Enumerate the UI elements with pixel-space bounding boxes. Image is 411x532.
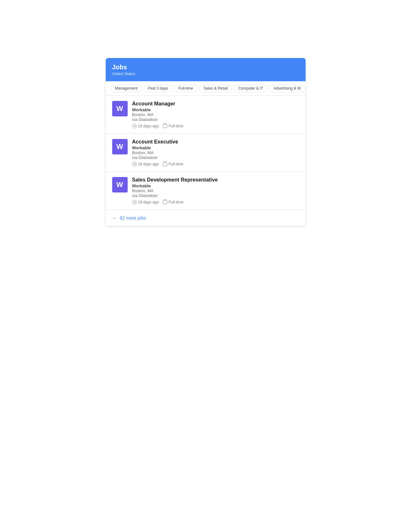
- company-logo: W: [112, 101, 128, 116]
- job-details: Account Executive Workable Boston, MA vi…: [132, 139, 299, 166]
- job-type: Full-time: [163, 124, 183, 128]
- job-meta: 19 days ago Full-time: [132, 200, 299, 204]
- filter-sales-retail[interactable]: Sales & Retail: [199, 84, 232, 92]
- job-company: Workable: [132, 183, 299, 188]
- job-title: Sales Development Representative: [132, 177, 299, 183]
- clock-icon: [132, 200, 137, 204]
- job-type: Full-time: [163, 200, 183, 204]
- job-meta: 19 days ago Full-time: [132, 124, 299, 128]
- briefcase-icon: [163, 163, 167, 166]
- filter-management[interactable]: Management: [111, 84, 142, 92]
- job-company: Workable: [132, 107, 299, 112]
- company-logo: W: [112, 177, 128, 192]
- job-meta: 18 days ago Full-time: [132, 162, 299, 166]
- company-logo: W: [112, 139, 128, 154]
- filter-advertising[interactable]: Advertising & M: [269, 84, 305, 92]
- filter-bar: Management Past 3 days Full-time Sales &…: [106, 81, 306, 96]
- job-location: Boston, MA: [132, 112, 299, 117]
- job-location: Boston, MA: [132, 150, 299, 155]
- jobs-subtitle: United States: [112, 72, 299, 76]
- filter-full-time[interactable]: Full-time: [174, 84, 197, 92]
- job-title: Account Executive: [132, 139, 299, 145]
- clock-icon: [132, 124, 137, 128]
- list-item[interactable]: W Account Executive Workable Boston, MA …: [106, 134, 306, 172]
- clock-icon: [132, 162, 137, 166]
- filter-past-3-days[interactable]: Past 3 days: [144, 84, 172, 92]
- job-details: Sales Development Representative Workabl…: [132, 177, 299, 204]
- job-title: Account Manager: [132, 101, 299, 107]
- filter-computer-it[interactable]: Computer & IT: [234, 84, 268, 92]
- job-source: via Glassdoor: [132, 193, 299, 198]
- jobs-title: Jobs: [112, 63, 299, 71]
- job-type: Full-time: [163, 162, 183, 166]
- more-jobs-label: 62 more jobs: [120, 215, 146, 221]
- briefcase-icon: [163, 124, 167, 128]
- job-source: via Glassdoor: [132, 117, 299, 122]
- job-posted: 18 days ago: [132, 162, 159, 166]
- briefcase-icon: [163, 201, 167, 204]
- job-source: via Glassdoor: [132, 155, 299, 160]
- jobs-card: Jobs United States Management Past 3 day…: [106, 58, 306, 226]
- job-company: Workable: [132, 145, 299, 150]
- job-posted: 19 days ago: [132, 200, 159, 204]
- jobs-header: Jobs United States: [106, 58, 306, 81]
- more-jobs-link[interactable]: → 62 more jobs: [106, 210, 306, 226]
- job-location: Boston, MA: [132, 188, 299, 193]
- list-item[interactable]: W Account Manager Workable Boston, MA vi…: [106, 96, 306, 134]
- job-list: W Account Manager Workable Boston, MA vi…: [106, 96, 306, 210]
- job-details: Account Manager Workable Boston, MA via …: [132, 101, 299, 128]
- job-posted: 19 days ago: [132, 124, 159, 128]
- arrow-icon: →: [112, 215, 117, 221]
- list-item[interactable]: W Sales Development Representative Worka…: [106, 172, 306, 210]
